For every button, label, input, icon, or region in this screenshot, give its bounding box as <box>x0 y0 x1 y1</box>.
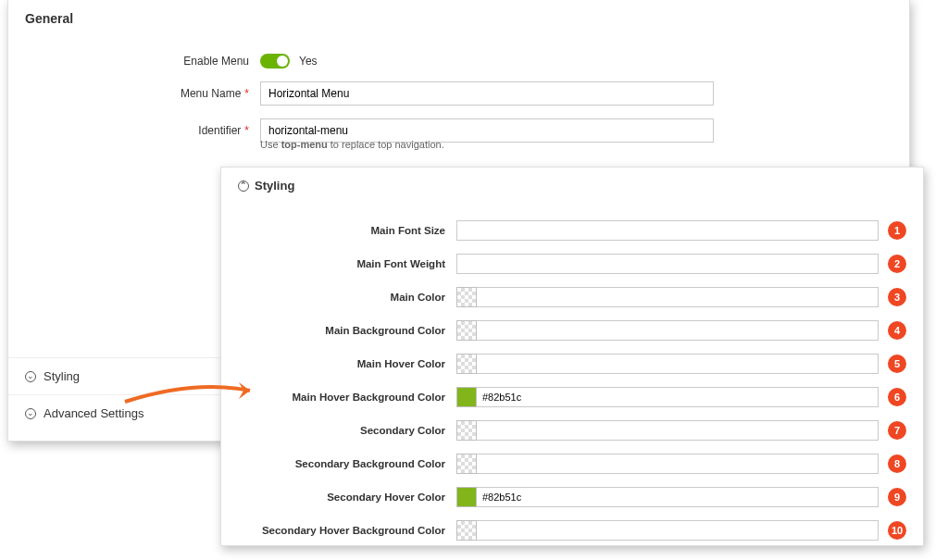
identifier-hint: Use top-menu to replace top navigation. <box>260 139 444 150</box>
styling-row-label: Secondary Hover Color <box>238 492 456 503</box>
annotation-marker: 7 <box>888 421 906 440</box>
styling-input[interactable] <box>477 487 879 507</box>
menu-name-input[interactable] <box>260 81 714 106</box>
styling-input[interactable] <box>456 220 879 241</box>
styling-input-wrap <box>456 220 879 241</box>
styling-panel-header[interactable]: ⌃ Styling <box>221 168 923 196</box>
styling-row-label: Secondary Hover Background Color <box>238 525 456 536</box>
styling-row-label: Main Font Weight <box>238 258 456 269</box>
annotation-marker: 10 <box>888 521 906 540</box>
styling-input[interactable] <box>477 320 879 341</box>
styling-input-wrap <box>456 287 879 307</box>
color-swatch[interactable] <box>456 387 477 407</box>
styling-input[interactable] <box>477 420 879 441</box>
styling-input[interactable] <box>477 454 879 474</box>
menu-name-row: Menu Name* <box>8 81 909 106</box>
color-swatch[interactable] <box>456 454 477 474</box>
styling-row: Secondary Color7 <box>221 420 923 441</box>
color-swatch[interactable] <box>456 354 477 374</box>
styling-input-wrap <box>456 454 879 474</box>
styling-input[interactable] <box>477 354 879 374</box>
styling-row-label: Main Hover Color <box>238 358 456 369</box>
enable-menu-label: Enable Menu <box>8 55 260 68</box>
styling-input[interactable] <box>477 520 879 541</box>
styling-row: Main Font Weight2 <box>221 254 923 274</box>
annotation-marker: 1 <box>888 221 906 240</box>
styling-row-label: Secondary Color <box>238 425 456 436</box>
enable-menu-row: Enable Menu Yes <box>8 54 909 68</box>
enable-menu-value: Yes <box>299 55 318 68</box>
styling-input-wrap <box>456 387 879 407</box>
styling-row-label: Main Background Color <box>238 325 456 336</box>
styling-input[interactable] <box>477 387 879 407</box>
styling-row: Main Hover Color5 <box>221 354 923 374</box>
styling-input-wrap <box>456 520 879 541</box>
styling-row: Secondary Hover Background Color10 <box>221 520 923 541</box>
styling-panel: ⌃ Styling Main Font Size1Main Font Weigh… <box>220 167 924 546</box>
color-swatch[interactable] <box>456 320 477 341</box>
styling-input-wrap <box>456 320 879 341</box>
general-form: Enable Menu Yes Menu Name* Identifier* <box>8 31 909 150</box>
color-swatch[interactable] <box>456 420 477 441</box>
styling-input[interactable] <box>456 254 879 274</box>
styling-row: Secondary Background Color8 <box>221 454 923 474</box>
styling-row: Main Color3 <box>221 287 923 307</box>
color-swatch[interactable] <box>456 287 477 307</box>
annotation-marker: 9 <box>888 488 906 506</box>
styling-panel-title: Styling <box>255 179 294 193</box>
styling-row-label: Main Color <box>238 292 456 303</box>
chevron-up-icon: ⌃ <box>238 180 249 192</box>
styling-rows: Main Font Size1Main Font Weight2Main Col… <box>221 196 923 541</box>
menu-name-label: Menu Name* <box>8 87 260 100</box>
enable-menu-toggle[interactable] <box>260 54 290 68</box>
styling-row-label: Main Hover Background Color <box>238 392 456 403</box>
color-swatch[interactable] <box>456 520 477 541</box>
annotation-marker: 4 <box>888 321 906 340</box>
annotation-marker: 5 <box>888 355 906 373</box>
styling-input-wrap <box>456 420 879 441</box>
styling-row-label: Main Font Size <box>238 225 456 236</box>
chevron-down-icon: ⌄ <box>25 408 36 419</box>
identifier-label: Identifier* <box>8 124 260 137</box>
chevron-down-icon: ⌄ <box>25 371 36 382</box>
styling-row: Secondary Hover Color9 <box>221 487 923 507</box>
advanced-collapser-label: Advanced Settings <box>44 406 143 420</box>
styling-row: Main Hover Background Color6 <box>221 387 923 407</box>
annotation-marker: 6 <box>888 388 906 406</box>
styling-collapser-label: Styling <box>44 369 80 383</box>
styling-row: Main Background Color4 <box>221 320 923 341</box>
styling-input-wrap <box>456 487 879 507</box>
general-title: General <box>8 0 909 31</box>
required-indicator: * <box>244 87 249 100</box>
styling-row-label: Secondary Background Color <box>238 458 456 469</box>
required-indicator: * <box>244 124 249 137</box>
styling-input[interactable] <box>477 287 879 307</box>
annotation-marker: 3 <box>888 288 906 306</box>
annotation-marker: 8 <box>888 454 906 473</box>
styling-input-wrap <box>456 254 879 274</box>
styling-row: Main Font Size1 <box>221 220 923 241</box>
annotation-marker: 2 <box>888 255 906 273</box>
color-swatch[interactable] <box>456 487 477 507</box>
styling-input-wrap <box>456 354 879 374</box>
